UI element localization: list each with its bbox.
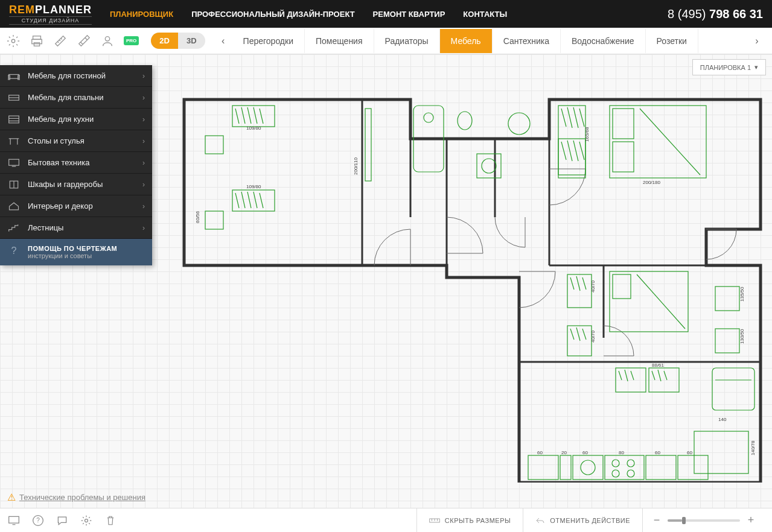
pro-badge[interactable]: PRO xyxy=(124,36,139,45)
svg-point-21 xyxy=(508,113,530,135)
svg-rect-25 xyxy=(558,139,585,175)
logo-subtitle: СТУДИЯ ДИЗАЙНА xyxy=(9,16,92,25)
svg-text:?: ? xyxy=(36,517,40,524)
sidebar-item-decor[interactable]: Интерьер и декор › xyxy=(0,195,152,217)
footer-bar: ? СКРЫТЬ РАЗМЕРЫ ОТМЕНИТЬ ДЕЙСТВИЕ − + xyxy=(0,508,772,532)
sidebar-item-kitchen[interactable]: Мебель для кухни › xyxy=(0,109,152,130)
tools-icon[interactable] xyxy=(77,34,91,48)
chevron-right-icon: › xyxy=(142,180,145,189)
stairs-icon xyxy=(7,221,21,235)
tab-rooms[interactable]: Помещения xyxy=(305,29,374,53)
tab-plumbing[interactable]: Сантехника xyxy=(493,29,561,53)
monitor-icon[interactable] xyxy=(7,514,21,527)
chevron-right-icon: › xyxy=(142,202,145,211)
tabs-scroll-left[interactable]: ‹ xyxy=(214,32,232,50)
chevron-right-icon: › xyxy=(142,224,145,232)
svg-text:60/56: 60/56 xyxy=(195,211,200,223)
chevron-right-icon: › xyxy=(142,72,145,80)
svg-rect-81 xyxy=(9,159,19,165)
furniture-sidebar: Мебель для гостиной › Мебель для спальни… xyxy=(0,65,152,265)
nav-planner[interactable]: ПЛАНИРОВЩИК xyxy=(110,10,173,19)
tab-radiators[interactable]: Радиаторы xyxy=(374,29,440,53)
svg-rect-34 xyxy=(715,287,739,311)
svg-rect-49 xyxy=(646,455,676,480)
svg-rect-50 xyxy=(678,455,708,480)
sidebar-item-bedroom[interactable]: Мебель для спальни › xyxy=(0,87,152,109)
svg-rect-17 xyxy=(365,109,371,181)
tabs-scroll-right[interactable]: › xyxy=(748,32,766,50)
tab-water[interactable]: Водоснабжение xyxy=(561,29,646,53)
category-tabs: Перегородки Помещения Радиаторы Мебель С… xyxy=(232,29,748,53)
svg-text:140/78: 140/78 xyxy=(750,440,756,455)
svg-text:135/50: 135/50 xyxy=(739,287,745,302)
svg-text:165/68: 165/68 xyxy=(584,127,590,142)
tab-partitions[interactable]: Перегородки xyxy=(232,29,305,53)
sidebar-item-stairs[interactable]: Лестницы › xyxy=(0,217,152,239)
svg-rect-33 xyxy=(715,329,739,353)
tech-problems-link[interactable]: ⚠ Технические проблемы и решения xyxy=(7,492,145,503)
zoom-out-button[interactable]: − xyxy=(652,514,662,527)
logo[interactable]: REMPLANNER СТУДИЯ ДИЗАЙНА xyxy=(9,4,92,25)
svg-point-48 xyxy=(627,470,634,477)
svg-text:80: 80 xyxy=(619,450,624,455)
svg-rect-15 xyxy=(205,211,223,229)
svg-point-23 xyxy=(482,159,496,173)
svg-rect-41 xyxy=(560,455,571,480)
sofa-icon xyxy=(7,69,21,83)
tool-icons: PRO xyxy=(6,34,139,48)
svg-rect-3 xyxy=(34,42,39,46)
warning-icon: ⚠ xyxy=(7,492,16,503)
svg-text:109/80: 109/80 xyxy=(246,184,261,189)
svg-rect-70 xyxy=(9,74,19,78)
sidebar-item-appliances[interactable]: Бытовая техника › xyxy=(0,152,152,174)
toolbar: PRO 2D 3D ‹ Перегородки Помещения Радиат… xyxy=(0,28,772,54)
svg-rect-31 xyxy=(613,274,631,299)
zoom-in-button[interactable]: + xyxy=(746,514,756,527)
zoom-slider[interactable] xyxy=(668,519,740,522)
tab-sockets[interactable]: Розетки xyxy=(646,29,698,53)
floorplan[interactable]: 109/80 109/80 200/110 60/56 200/180 165/… xyxy=(181,97,772,483)
undo-button[interactable]: ОТМЕНИТЬ ДЕЙСТВИЕ xyxy=(523,508,642,533)
bed-icon xyxy=(7,91,21,104)
svg-text:40/70: 40/70 xyxy=(590,280,596,293)
svg-point-20 xyxy=(458,112,472,130)
sidebar-item-living[interactable]: Мебель для гостиной › xyxy=(0,65,152,87)
ruler-icon[interactable] xyxy=(53,34,68,48)
phone-number[interactable]: 8 (495) 798 66 31 xyxy=(668,7,763,21)
svg-point-0 xyxy=(11,39,15,43)
view-2d-button[interactable]: 2D xyxy=(151,33,178,49)
kitchen-icon xyxy=(7,113,21,126)
nav-renovation[interactable]: РЕМОНТ КВАРТИР xyxy=(373,10,445,19)
svg-text:40/70: 40/70 xyxy=(590,330,596,343)
footer-icons: ? xyxy=(7,514,117,527)
svg-rect-27 xyxy=(613,109,634,139)
svg-rect-44 xyxy=(605,455,644,480)
svg-rect-39 xyxy=(694,431,748,473)
hide-sizes-button[interactable]: СКРЫТЬ РАЗМЕРЫ xyxy=(416,508,523,533)
view-3d-button[interactable]: 3D xyxy=(178,33,205,49)
screen-icon xyxy=(7,156,21,169)
nav-contacts[interactable]: КОНТАКТЫ xyxy=(463,10,507,19)
svg-point-47 xyxy=(612,470,619,477)
worker-icon[interactable] xyxy=(100,34,115,48)
house-icon xyxy=(7,200,21,213)
svg-text:200/110: 200/110 xyxy=(353,157,359,175)
ruler-small-icon xyxy=(429,517,440,524)
print-icon[interactable] xyxy=(30,34,44,48)
svg-text:88/61: 88/61 xyxy=(652,363,665,368)
help-circle-icon[interactable]: ? xyxy=(31,514,45,527)
svg-rect-75 xyxy=(9,116,19,123)
trash-icon[interactable] xyxy=(104,514,117,527)
nav-design-project[interactable]: ПРОФЕССИОНАЛЬНЫЙ ДИЗАЙН-ПРОЕКТ xyxy=(191,10,354,19)
svg-text:109/80: 109/80 xyxy=(246,125,261,131)
sidebar-item-wardrobes[interactable]: Шкафы и гардеробы › xyxy=(0,174,152,195)
sidebar-help[interactable]: ? ПОМОЩЬ ПО ЧЕРТЕЖАМ инструкции и советы xyxy=(0,239,152,265)
tab-furniture[interactable]: Мебель xyxy=(440,29,493,53)
settings-gear-icon[interactable] xyxy=(6,34,21,48)
undo-icon xyxy=(535,516,545,525)
gear-icon[interactable] xyxy=(80,514,93,527)
plan-dropdown[interactable]: ПЛАНИРОВКА 1 ▾ xyxy=(692,59,766,75)
svg-rect-85 xyxy=(9,516,19,523)
sidebar-item-tables[interactable]: Столы и стулья › xyxy=(0,130,152,152)
chat-icon[interactable] xyxy=(56,514,69,527)
